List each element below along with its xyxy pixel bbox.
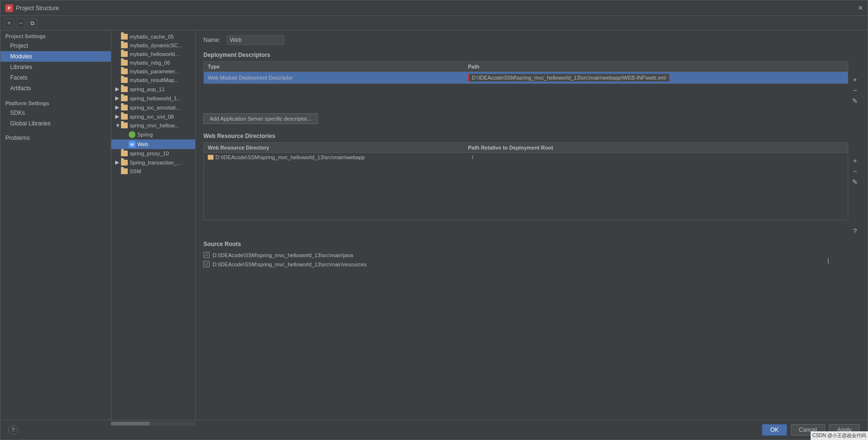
tree-item-web-module[interactable]: W Web bbox=[111, 139, 195, 149]
wr-header: Web Resource Directory Path Relative to … bbox=[204, 143, 848, 153]
bottom-help-button[interactable]: ? bbox=[8, 425, 18, 435]
add-server-descriptor-button[interactable]: Add Application Server specific descript… bbox=[203, 113, 318, 124]
wr-table: Web Resource Directory Path Relative to … bbox=[203, 142, 848, 220]
sidebar-item-global-libraries[interactable]: Global Libraries bbox=[0, 118, 111, 129]
deployment-add-button[interactable]: + bbox=[850, 75, 860, 84]
type-col-header: Type bbox=[208, 64, 468, 69]
deployment-table: Type Path Web Module Deployment Descript… bbox=[203, 61, 848, 89]
tree-item-label: mybatis_parameter... bbox=[130, 69, 179, 74]
tree-item-mybatis-hello[interactable]: mybatis_helloworld... bbox=[111, 50, 195, 58]
tree-item-label: spring_ioc_annotati... bbox=[130, 105, 180, 110]
tree-item-ssm[interactable]: SSM bbox=[111, 167, 195, 176]
copy-toolbar-button[interactable]: ⧉ bbox=[27, 18, 37, 28]
folder-icon bbox=[121, 69, 128, 74]
folder-icon bbox=[121, 34, 128, 40]
tree-item-label: mybatis_resultMap... bbox=[130, 77, 178, 83]
tree-item-label: mybatis_mbg_06 bbox=[130, 60, 170, 66]
tree-item-mybatis-cache[interactable]: mybatis_cache_05 bbox=[111, 32, 195, 41]
name-value[interactable]: Web bbox=[227, 35, 284, 45]
main-content: Project Settings Project Modules Librari… bbox=[0, 30, 868, 420]
project-structure-dialog: P Project Structure × + − ⧉ Project Sett… bbox=[0, 0, 868, 440]
tree-item-mybatis-result[interactable]: mybatis_resultMap... bbox=[111, 76, 195, 84]
wr-side-buttons: + − ✎ ? bbox=[850, 142, 860, 236]
deployment-path-value[interactable]: D:\IDEAcode\SSM\spring_mvc_helloworld_13… bbox=[468, 74, 670, 82]
sidebar-item-libraries[interactable]: Libraries bbox=[0, 62, 111, 72]
wr-remove-button[interactable]: − bbox=[850, 166, 860, 176]
left-nav-panel: Project Settings Project Modules Librari… bbox=[0, 30, 111, 420]
source-checkbox-java[interactable] bbox=[203, 252, 210, 258]
wr-row[interactable]: D:\IDEAcode\SSM\spring_mvc_helloworld_13… bbox=[204, 153, 848, 162]
wr-add-button[interactable]: + bbox=[850, 156, 860, 165]
expand-arrow-icon: ▶ bbox=[115, 159, 121, 165]
expand-arrow-icon: ▶ bbox=[115, 86, 121, 92]
title-bar: P Project Structure × bbox=[0, 0, 868, 16]
expand-arrow-icon: ▶ bbox=[115, 95, 121, 101]
tree-item-spring-ioc-xml[interactable]: ▶ spring_ioc_xml_08 bbox=[111, 112, 195, 121]
wr-dir-cell: D:\IDEAcode\SSM\spring_mvc_helloworld_13… bbox=[208, 154, 468, 160]
folder-icon bbox=[121, 160, 128, 165]
title-bar-left: P Project Structure bbox=[5, 4, 59, 12]
tree-item-label: Spring_transaction_... bbox=[130, 160, 181, 165]
bottom-left: ? bbox=[8, 425, 18, 435]
wr-path-col-header: Path Relative to Deployment Root bbox=[468, 145, 844, 151]
sidebar-item-sdks[interactable]: SDKs bbox=[0, 108, 111, 118]
folder-icon bbox=[121, 105, 128, 110]
tree-panel: mybatis_cache_05 mybatis_dynamicSC... my… bbox=[111, 30, 196, 420]
tree-item-spring-mvc-hello[interactable]: ▼ spring_mvc_hellow... bbox=[111, 121, 195, 130]
source-item-java: D:\IDEAcode\SSM\spring_mvc_helloworld_13… bbox=[203, 250, 860, 260]
tree-item-label: spring_aop_11 bbox=[130, 86, 165, 92]
web-resource-section: Web Resource Directories Web Resource Di… bbox=[203, 133, 860, 236]
name-row: Name: Web bbox=[203, 35, 860, 45]
source-checkbox-resources[interactable] bbox=[203, 261, 210, 267]
path-col-header: Path bbox=[468, 64, 844, 69]
folder-icon bbox=[121, 60, 128, 66]
tree-item-spring-aop[interactable]: ▶ spring_aop_11 bbox=[111, 84, 195, 94]
deployment-descriptors-title: Deployment Descriptors bbox=[203, 52, 860, 58]
tree-item-spring-ioc-annot[interactable]: ▶ spring_ioc_annotati... bbox=[111, 103, 195, 112]
deployment-row[interactable]: Web Module Deployment Descriptor D:\IDEA… bbox=[204, 72, 848, 83]
source-item-resources: D:\IDEAcode\SSM\spring_mvc_helloworld_13… bbox=[203, 260, 860, 269]
folder-icon bbox=[121, 77, 128, 83]
deployment-side-buttons: + − ✎ bbox=[850, 61, 860, 106]
folder-icon bbox=[121, 51, 128, 57]
wr-empty-space bbox=[204, 162, 848, 220]
web-icon: W bbox=[129, 141, 135, 148]
sidebar-item-modules[interactable]: Modules bbox=[0, 51, 111, 62]
deployment-type-cell: Web Module Deployment Descriptor bbox=[204, 74, 464, 82]
folder-icon bbox=[121, 42, 128, 48]
folder-icon bbox=[121, 114, 128, 120]
deployment-table-container: Type Path Web Module Deployment Descript… bbox=[203, 61, 848, 84]
spring-icon bbox=[129, 131, 135, 138]
project-settings-header: Project Settings bbox=[0, 30, 111, 41]
ok-button[interactable]: OK bbox=[762, 424, 787, 436]
close-button[interactable]: × bbox=[858, 4, 863, 12]
tree-item-spring-transaction[interactable]: ▶ Spring_transaction_... bbox=[111, 158, 195, 167]
wr-path-cell: / bbox=[468, 154, 844, 160]
wr-dir-col-header: Web Resource Directory bbox=[208, 145, 468, 151]
tree-item-mybatis-mbg[interactable]: mybatis_mbg_06 bbox=[111, 58, 195, 67]
source-path-resources: D:\IDEAcode\SSM\spring_mvc_helloworld_13… bbox=[213, 261, 367, 267]
csdn-badge: CSDN @小王@超会代码 bbox=[811, 431, 868, 440]
sidebar-item-facets[interactable]: Facets bbox=[0, 72, 111, 83]
deployment-edit-button[interactable]: ✎ bbox=[850, 96, 860, 106]
add-toolbar-button[interactable]: + bbox=[4, 18, 14, 28]
tree-item-spring-module[interactable]: Spring bbox=[111, 130, 195, 139]
collapse-arrow-icon: ▼ bbox=[115, 123, 121, 128]
tree-item-mybatis-dynamic[interactable]: mybatis_dynamicSC... bbox=[111, 41, 195, 50]
tree-item-mybatis-param[interactable]: mybatis_parameter... bbox=[111, 67, 195, 76]
sidebar-item-problems[interactable]: Problems bbox=[0, 133, 111, 143]
folder-mini-icon bbox=[208, 155, 214, 160]
navigation-toolbar: + − ⧉ bbox=[0, 16, 868, 30]
tree-item-spring-proxy[interactable]: spring_proxy_10 bbox=[111, 149, 195, 158]
tree-item-label: mybatis_helloworld... bbox=[130, 51, 179, 57]
sidebar-item-project[interactable]: Project bbox=[0, 41, 111, 51]
deployment-remove-button[interactable]: − bbox=[850, 85, 860, 95]
tree-item-label: spring_helloworld_1... bbox=[130, 96, 181, 101]
tree-item-label: spring_ioc_xml_08 bbox=[130, 114, 174, 120]
wr-edit-button[interactable]: ✎ bbox=[850, 177, 860, 187]
platform-settings-header: Platform Settings bbox=[0, 97, 111, 108]
tree-item-spring-hello[interactable]: ▶ spring_helloworld_1... bbox=[111, 94, 195, 103]
wr-help-button[interactable]: ? bbox=[850, 226, 860, 236]
sidebar-item-artifacts[interactable]: Artifacts bbox=[0, 83, 111, 94]
remove-toolbar-button[interactable]: − bbox=[16, 18, 26, 28]
